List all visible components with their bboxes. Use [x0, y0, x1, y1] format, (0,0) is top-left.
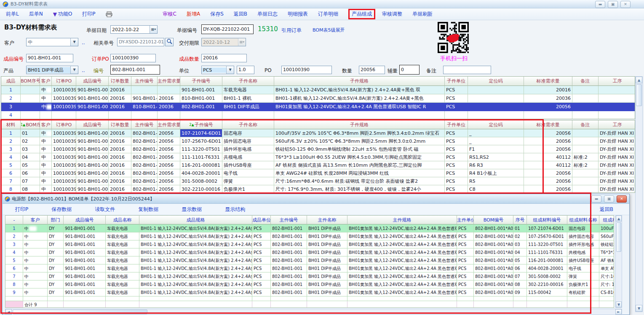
table-row[interactable]: 808中100100390901-BH01-00120016802-BH01-0… — [1, 185, 635, 193]
doc-date-input[interactable]: 2022-10-22 ▦▾ — [110, 25, 158, 34]
popup-minimize-button[interactable]: ▬ — [591, 195, 601, 203]
column-header[interactable]: 子件名称 — [222, 120, 274, 129]
unit-combo[interactable]: PCS ▼ — [201, 66, 234, 74]
product-qty-input[interactable]: 20016 — [201, 54, 247, 62]
table-row[interactable]: 101中100100390901-BH01-00120016802-BH01-0… — [1, 129, 635, 137]
column-header[interactable]: 订单数量 — [109, 77, 131, 86]
detail-report-button[interactable]: 明细报表 — [288, 11, 308, 18]
order-po-input[interactable]: 100100390 — [110, 54, 156, 62]
table-row[interactable]: 2中100100390901-BH01-00120016901-BH01-001… — [1, 94, 635, 103]
prev-doc-button[interactable]: 前单L — [6, 11, 19, 18]
column-header[interactable]: 工序 — [599, 77, 635, 86]
code-input[interactable]: 802-BH01-001 — [110, 65, 160, 75]
add-button[interactable]: 新增A — [187, 11, 200, 18]
column-header[interactable]: BOM编号 — [474, 216, 513, 224]
column-header[interactable]: 材料 — [1, 120, 21, 129]
column-header[interactable]: 组成材料名称 — [567, 216, 599, 224]
qty-input[interactable]: 20056 — [359, 66, 385, 74]
quote-order-link[interactable]: 引用订单 — [281, 27, 302, 34]
column-header[interactable]: 序号 — [513, 216, 527, 224]
column-header[interactable]: BOM序号 — [21, 77, 40, 86]
column-header[interactable]: 子件名称 — [222, 77, 274, 86]
return-button[interactable]: 返回B — [234, 11, 247, 18]
product-composition-button[interactable]: 产品组成 — [352, 11, 372, 17]
column-header[interactable]: 成品编号 — [76, 120, 109, 129]
popup-save-data-button[interactable]: 保存数据 — [51, 206, 72, 213]
table-row[interactable]: 4中DY901-BH01-001车载充电器BH01-1 输入12-24VDC,输… — [5, 248, 614, 256]
table-row[interactable]: 8中DY901-BH01-001车载充电器BH01-1 输入12-24VDC,输… — [5, 280, 614, 288]
scroll-left-icon[interactable]: ◄ — [5, 309, 12, 315]
table-row[interactable]: 1中100100390901-BH01-00120016901-BH01-001… — [1, 86, 635, 94]
column-header[interactable]: 子件单位 — [445, 120, 468, 129]
table-row[interactable]: 202中100100390901-BH01-00120016802-BH01-0… — [1, 137, 635, 145]
next-doc-button[interactable]: 后单N — [29, 11, 43, 18]
po-input[interactable]: 100100390 — [281, 66, 332, 74]
main-vertical-scrollbar[interactable]: ▲ ▼ — [635, 76, 643, 312]
popup-show-data-button[interactable]: 显示数据 — [182, 206, 202, 213]
table-row[interactable]: 303中100100390901-BH01-00120016802-BH01-0… — [1, 145, 635, 153]
scroll-down-icon[interactable]: ▼ — [636, 305, 642, 312]
column-header[interactable]: 主件需求量 — [158, 120, 180, 129]
column-header[interactable]: 备注 — [572, 120, 599, 129]
column-header[interactable]: 订单数量 — [109, 120, 131, 129]
scroll-right-icon[interactable]: ► — [615, 309, 622, 315]
magnifier-icon[interactable] — [165, 38, 174, 46]
column-header[interactable]: 组成材料编号 — [527, 216, 567, 224]
column-header[interactable]: 主件单位 — [457, 216, 474, 224]
column-header[interactable]: 标准需求量 — [524, 120, 572, 129]
scroll-thumb[interactable] — [636, 84, 642, 106]
function-menu-button[interactable]: 功能O — [58, 11, 72, 18]
minimize-button[interactable]: ▬ — [595, 1, 605, 8]
column-header[interactable]: 主件名称 — [307, 216, 347, 224]
column-header[interactable]: 子件编号 — [180, 77, 222, 86]
chevron-down-icon[interactable]: ▼ — [70, 66, 78, 74]
calendar-dropdown-icon[interactable]: ▦▾ — [150, 26, 157, 33]
popup-maximize-button[interactable]: ▣ — [604, 195, 614, 203]
column-header[interactable]: 工序 — [599, 120, 635, 129]
column-header[interactable]: 子件单位 — [445, 77, 468, 86]
column-header[interactable]: 子件规格 — [274, 120, 445, 129]
product-combo[interactable]: BH01 DIP半成品 ▼ — [26, 66, 78, 74]
popup-vertical-scrollbar[interactable]: ▲ ▼ — [615, 215, 622, 308]
scroll-up-icon[interactable]: ▲ — [636, 77, 642, 83]
scroll-thumb[interactable] — [13, 310, 147, 314]
maximize-button[interactable]: ▣ — [608, 1, 618, 8]
related-no-input[interactable]: DY-XSDD-221012-01 — [117, 38, 164, 46]
doc-log-button[interactable]: 单据日志 — [257, 11, 278, 18]
column-header[interactable]: 订单PO — [52, 120, 76, 129]
unit-factor-input[interactable]: 1.0 — [237, 66, 254, 74]
popup-print-button[interactable]: 打印P — [15, 206, 28, 213]
column-header[interactable]: - — [5, 216, 23, 224]
print-button[interactable]: 打印P — [82, 11, 95, 18]
column-header[interactable]: 成品编号 — [76, 77, 109, 86]
product-no-input[interactable]: 901-BH01-001 — [26, 54, 73, 62]
table-row[interactable]: 9中DY901-BH01-001车载充电器BH01-1 输入12-24VDC,输… — [5, 288, 614, 296]
column-header[interactable]: 成品编号 — [64, 216, 106, 224]
audit-button[interactable]: 审核C — [163, 11, 176, 18]
scroll-down-icon[interactable]: ▼ — [616, 302, 622, 307]
printer-icon[interactable] — [106, 11, 112, 17]
popup-close-button[interactable]: ✕ — [617, 195, 627, 203]
popup-copy-data-button[interactable]: 复制数据 — [138, 206, 158, 213]
table-row[interactable]: 3中DY901-BH01-001车载充电器BH01-1 输入12-24VDC,输… — [5, 240, 614, 248]
chevron-down-icon[interactable]: ▼ — [70, 38, 78, 46]
column-header[interactable]: 定位码 — [468, 77, 524, 86]
customer-combo[interactable]: 中 ▼ — [26, 38, 78, 46]
column-header[interactable]: 2▲子件编号 — [180, 120, 222, 129]
table-row[interactable]: 7中DY901-BH01-001车载充电器BH01-1 输入12-24VDC,输… — [5, 272, 614, 280]
aux-input[interactable]: 0 — [399, 65, 420, 75]
column-header[interactable]: 成品名称 — [106, 216, 139, 224]
column-header[interactable]: 标准需求量 — [524, 77, 572, 86]
doc-refresh-button[interactable]: 单据刷新 — [412, 11, 433, 18]
column-header[interactable]: 成品规格 — [139, 216, 252, 224]
column-header[interactable]: 子件规格 — [274, 77, 445, 86]
column-header[interactable]: 主件规格 — [347, 216, 457, 224]
popup-horizontal-scrollbar[interactable]: ◄ ► — [5, 309, 622, 315]
table-row[interactable]: 1中DY901-BH01-001车载充电器BH01-1 输入12-24VDC,输… — [5, 224, 614, 232]
close-button[interactable]: ✕ — [620, 1, 631, 8]
bom-expand-link[interactable]: BOM表5级展开 — [313, 27, 345, 33]
column-header[interactable]: 订单PO — [52, 77, 76, 86]
table-row[interactable]: 合计 9 — [5, 301, 614, 308]
column-header[interactable]: 主件编号 — [271, 216, 307, 224]
column-header[interactable]: 备注 — [572, 77, 599, 86]
